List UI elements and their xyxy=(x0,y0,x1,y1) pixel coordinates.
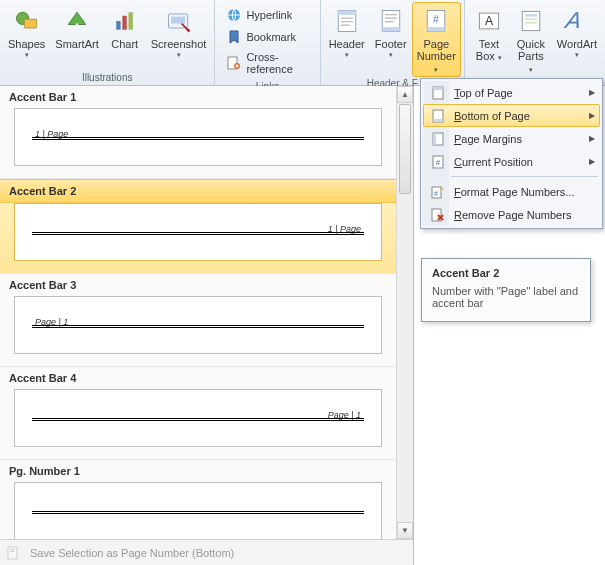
menu-format-page-numbers[interactable]: # Format Page Numbers... xyxy=(423,180,600,203)
gallery-tooltip: Accent Bar 2 Number with "Page" label an… xyxy=(421,258,591,322)
chart-label: Chart xyxy=(111,37,138,50)
shapes-button[interactable]: Shapes ▾ xyxy=(3,2,50,71)
scroll-up-arrow[interactable]: ▲ xyxy=(397,86,413,103)
gallery-item[interactable]: Accent Bar 3Page | 1 xyxy=(0,274,396,367)
svg-rect-1 xyxy=(24,19,36,28)
screenshot-button[interactable]: Screenshot ▾ xyxy=(146,2,212,71)
smartart-icon xyxy=(61,5,93,37)
footer-label: Footer xyxy=(375,37,407,50)
footer-icon xyxy=(375,5,407,37)
pagenumber-menu: Top of Page ▶ Bottom of Page ▶ Page Marg… xyxy=(420,78,603,229)
menu-separator xyxy=(451,176,598,177)
submenu-arrow-icon: ▶ xyxy=(589,134,595,143)
svg-rect-26 xyxy=(525,14,537,17)
svg-text:#: # xyxy=(436,158,441,167)
svg-rect-2 xyxy=(116,21,120,30)
menu-top-of-page[interactable]: Top of Page ▶ xyxy=(423,81,600,104)
menu-current-position[interactable]: # Current Position ▶ xyxy=(423,150,600,173)
smartart-button[interactable]: SmartArt xyxy=(50,2,103,71)
group-text: A TextBox ▾ QuickParts ▾ A WordArt ▾ xyxy=(465,0,605,85)
chevron-down-icon: ▾ xyxy=(389,51,393,59)
gallery-item-sample-text: 1 | Page xyxy=(35,129,68,139)
menu-label: Format Page Numbers... xyxy=(454,186,574,198)
chevron-down-icon: ▾ xyxy=(25,51,29,59)
svg-rect-18 xyxy=(385,18,397,19)
svg-rect-36 xyxy=(433,119,443,122)
gallery-item[interactable]: Accent Bar 11 | Page xyxy=(0,86,396,179)
svg-rect-28 xyxy=(525,22,537,24)
chart-button[interactable]: Chart xyxy=(104,2,146,71)
group-illustrations: Shapes ▾ SmartArt Chart Screenshot xyxy=(0,0,215,85)
gallery-item-preview: Page | 1 xyxy=(14,296,382,354)
menu-bottom-of-page[interactable]: Bottom of Page ▶ xyxy=(423,104,600,127)
screenshot-icon xyxy=(163,5,195,37)
svg-rect-32 xyxy=(10,551,15,552)
svg-rect-34 xyxy=(433,87,443,90)
remove-icon xyxy=(428,205,448,225)
svg-rect-14 xyxy=(341,25,350,26)
hyperlink-label: Hyperlink xyxy=(246,9,292,21)
page-top-icon xyxy=(428,83,448,103)
hyperlink-button[interactable]: Hyperlink xyxy=(222,4,312,26)
gallery-item-preview xyxy=(14,482,382,539)
menu-label: Current Position xyxy=(454,156,533,168)
bookmark-icon xyxy=(226,29,242,45)
gallery-item[interactable]: Pg. Number 1 xyxy=(0,460,396,539)
svg-rect-11 xyxy=(338,11,356,15)
svg-rect-38 xyxy=(433,133,436,145)
svg-rect-13 xyxy=(341,21,353,22)
pagenumber-button[interactable]: # PageNumber ▾ xyxy=(412,2,461,77)
gallery-item[interactable]: Accent Bar 4Page | 1 xyxy=(0,367,396,460)
svg-rect-4 xyxy=(128,12,132,30)
gallery-item-title: Pg. Number 1 xyxy=(0,460,396,482)
submenu-arrow-icon: ▶ xyxy=(589,157,595,166)
page-margins-icon xyxy=(428,129,448,149)
scroll-down-arrow[interactable]: ▼ xyxy=(397,522,413,539)
menu-remove-page-numbers[interactable]: Remove Page Numbers xyxy=(423,203,600,226)
wordart-icon: A xyxy=(561,5,593,37)
menu-label: Remove Page Numbers xyxy=(454,209,571,221)
quickparts-button[interactable]: QuickParts ▾ xyxy=(510,2,552,77)
chevron-down-icon: ▾ xyxy=(177,51,181,59)
svg-rect-12 xyxy=(341,18,353,19)
screenshot-label: Screenshot xyxy=(151,37,207,50)
textbox-icon: A xyxy=(473,5,505,37)
footer-button[interactable]: Footer ▾ xyxy=(370,2,412,77)
textbox-button[interactable]: A TextBox ▾ xyxy=(468,2,510,77)
wordart-label: WordArt xyxy=(557,37,597,50)
textbox-label: TextBox ▾ xyxy=(476,37,502,64)
chevron-down-icon: ▾ xyxy=(345,51,349,59)
tooltip-title: Accent Bar 2 xyxy=(432,267,580,279)
pagenumber-icon: # xyxy=(420,5,452,37)
menu-label: Page Margins xyxy=(454,133,522,145)
header-button[interactable]: Header ▾ xyxy=(324,2,370,77)
page-bottom-icon xyxy=(428,106,448,126)
menu-label: Bottom of Page xyxy=(454,110,530,122)
scroll-thumb[interactable] xyxy=(399,104,411,194)
svg-rect-16 xyxy=(382,27,400,31)
crossref-button[interactable]: Cross-reference xyxy=(222,48,312,78)
group-illustrations-label: Illustrations xyxy=(3,71,211,84)
pagenumber-gallery: Accent Bar 11 | PageAccent Bar 21 | Page… xyxy=(0,86,414,565)
gallery-item-title: Accent Bar 4 xyxy=(0,367,396,389)
svg-text:A: A xyxy=(563,7,584,33)
gallery-item-preview: 1 | Page xyxy=(14,108,382,166)
gallery-item-title: Accent Bar 1 xyxy=(0,86,396,108)
wordart-button[interactable]: A WordArt ▾ xyxy=(552,2,602,77)
shapes-icon xyxy=(11,5,43,37)
pagenumber-label: PageNumber ▾ xyxy=(417,37,456,76)
shapes-label: Shapes xyxy=(8,37,45,50)
svg-rect-6 xyxy=(171,17,185,24)
gallery-item-preview: Page | 1 xyxy=(14,389,382,447)
gallery-item[interactable]: Accent Bar 21 | Page xyxy=(0,179,396,274)
quickparts-label: QuickParts ▾ xyxy=(515,37,547,76)
crossref-label: Cross-reference xyxy=(246,51,308,75)
svg-rect-30 xyxy=(8,547,17,559)
chart-icon xyxy=(109,5,141,37)
svg-rect-3 xyxy=(122,16,126,30)
quickparts-icon xyxy=(515,5,547,37)
menu-page-margins[interactable]: Page Margins ▶ xyxy=(423,127,600,150)
bookmark-button[interactable]: Bookmark xyxy=(222,26,312,48)
smartart-label: SmartArt xyxy=(55,37,98,50)
gallery-scrollbar[interactable]: ▲ ▼ xyxy=(396,86,413,539)
